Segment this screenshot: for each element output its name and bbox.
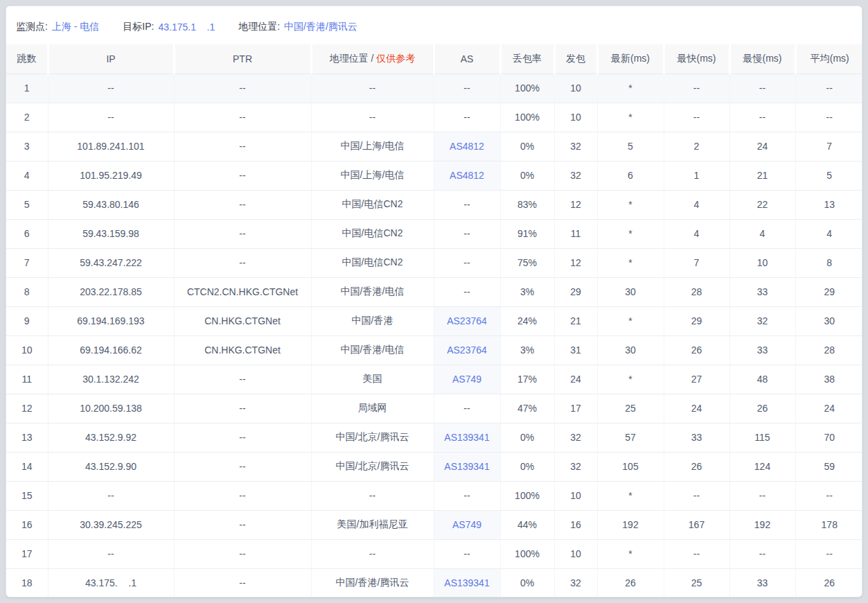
location-cell: 中国/电信CN2 <box>311 219 434 248</box>
as-cell: AS23764 <box>434 306 500 335</box>
location-cell: 中国/北京/腾讯云 <box>311 452 434 481</box>
ptr-cell: -- <box>174 539 311 568</box>
as-link[interactable]: AS749 <box>452 519 481 530</box>
as-link[interactable]: AS4812 <box>450 141 484 152</box>
ip-cell: 10.200.59.138 <box>48 394 174 423</box>
sent-cell: 10 <box>554 481 597 510</box>
sent-cell: 32 <box>554 568 597 597</box>
loss-cell: 0% <box>500 132 554 161</box>
avg-cell: -- <box>795 539 862 568</box>
loss-cell: 100% <box>500 103 554 132</box>
location-cell: -- <box>311 539 434 568</box>
fastest-cell: -- <box>664 539 729 568</box>
latest-cell: * <box>597 190 664 219</box>
fastest-cell: 167 <box>664 510 729 539</box>
ptr-cell: -- <box>174 103 311 132</box>
hop-cell: 2 <box>6 103 48 132</box>
location-cell: -- <box>311 73 434 103</box>
loss-cell: 17% <box>500 365 554 394</box>
location-cell: 中国/香港/电信 <box>311 277 434 306</box>
target-ip-value[interactable]: 43.175.1 .1 <box>158 21 215 33</box>
hop-cell: 1 <box>6 73 48 103</box>
ptr-cell: -- <box>174 394 311 423</box>
loss-cell: 91% <box>500 219 554 248</box>
table-row-hop-6: 659.43.159.98--中国/电信CN2--91%11*444 <box>6 219 862 248</box>
fastest-cell: -- <box>664 103 729 132</box>
slowest-cell: 33 <box>729 277 795 306</box>
ip-cell: 43.152.9.90 <box>48 452 174 481</box>
as-cell: -- <box>434 190 500 219</box>
loss-cell: 100% <box>500 481 554 510</box>
avg-cell: 38 <box>795 365 862 394</box>
slowest-cell: -- <box>729 103 795 132</box>
target-ip-group: 目标IP: 43.175.1 .1 <box>123 21 215 33</box>
sent-cell: 12 <box>554 190 597 219</box>
loss-cell: 0% <box>500 161 554 190</box>
avg-cell: 4 <box>795 219 862 248</box>
ip-cell: 203.22.178.85 <box>48 277 174 306</box>
ip-cell: 43.175. .1 <box>48 568 174 597</box>
ptr-cell: -- <box>174 452 311 481</box>
as-link[interactable]: AS749 <box>452 374 481 385</box>
loss-cell: 0% <box>500 568 554 597</box>
sent-cell: 10 <box>554 539 597 568</box>
col-header-ip: IP <box>48 44 174 73</box>
slowest-cell: 21 <box>729 161 795 190</box>
fastest-cell: -- <box>664 73 729 103</box>
avg-cell: 8 <box>795 248 862 277</box>
fastest-cell: 7 <box>664 248 729 277</box>
table-row-hop-18: 1843.175. .1--中国/香港/腾讯云AS1393410%3226253… <box>6 568 862 597</box>
hop-cell: 16 <box>6 510 48 539</box>
slowest-cell: 115 <box>729 423 795 452</box>
sent-cell: 32 <box>554 132 597 161</box>
as-cell: AS23764 <box>434 335 500 365</box>
latest-cell: 192 <box>597 510 664 539</box>
fastest-cell: 4 <box>664 219 729 248</box>
ip-cell: 101.89.241.101 <box>48 132 174 161</box>
slowest-cell: 33 <box>729 335 795 365</box>
location-cell: 中国/电信CN2 <box>311 248 434 277</box>
slowest-cell: 192 <box>729 510 795 539</box>
as-link[interactable]: AS23764 <box>447 315 487 326</box>
avg-cell: 26 <box>795 568 862 597</box>
ptr-cell: -- <box>174 161 311 190</box>
location-cell: 美国/加利福尼亚 <box>311 510 434 539</box>
as-link[interactable]: AS4812 <box>450 170 484 181</box>
latest-cell: * <box>597 248 664 277</box>
fastest-cell: 24 <box>664 394 729 423</box>
monitor-point-group: 监测点: 上海 - 电信 <box>16 21 99 33</box>
slowest-cell: -- <box>729 481 795 510</box>
sent-cell: 10 <box>554 73 597 103</box>
geo-location-link[interactable]: 中国/香港/腾讯云 <box>284 21 357 33</box>
sent-cell: 21 <box>554 306 597 335</box>
avg-cell: 70 <box>795 423 862 452</box>
location-cell: 中国/上海/电信 <box>311 132 434 161</box>
slowest-cell: 24 <box>729 132 795 161</box>
col-header-as: AS <box>434 44 500 73</box>
slowest-cell: 10 <box>729 248 795 277</box>
table-row-hop-12: 1210.200.59.138--局域网--47%1725242624 <box>6 394 862 423</box>
monitor-point-link[interactable]: 上海 - 电信 <box>52 21 99 33</box>
col-header-hop: 跳数 <box>6 44 48 73</box>
as-link[interactable]: AS23764 <box>447 344 487 356</box>
as-link[interactable]: AS139341 <box>444 432 489 443</box>
col-header-ptr: PTR <box>174 44 311 73</box>
location-cell: 局域网 <box>311 394 434 423</box>
ip-cell: -- <box>48 103 174 132</box>
latest-cell: * <box>597 306 664 335</box>
col-header-latest: 最新(ms) <box>597 44 664 73</box>
latest-cell: * <box>597 365 664 394</box>
as-cell: -- <box>434 481 500 510</box>
ptr-cell: CTCN2.CN.HKG.CTGNet <box>174 277 311 306</box>
loss-cell: 3% <box>500 335 554 365</box>
as-link[interactable]: AS139341 <box>444 461 489 472</box>
slowest-cell: 48 <box>729 365 795 394</box>
loss-cell: 75% <box>500 248 554 277</box>
ip-cell: 69.194.169.193 <box>48 306 174 335</box>
as-link[interactable]: AS139341 <box>444 577 489 588</box>
col-header-location: 地理位置 / 仅供参考 <box>311 44 434 73</box>
ip-cell: 69.194.166.62 <box>48 335 174 365</box>
latest-cell: 6 <box>597 161 664 190</box>
sent-cell: 29 <box>554 277 597 306</box>
table-row-hop-13: 1343.152.9.92--中国/北京/腾讯云AS1393410%325733… <box>6 423 862 452</box>
